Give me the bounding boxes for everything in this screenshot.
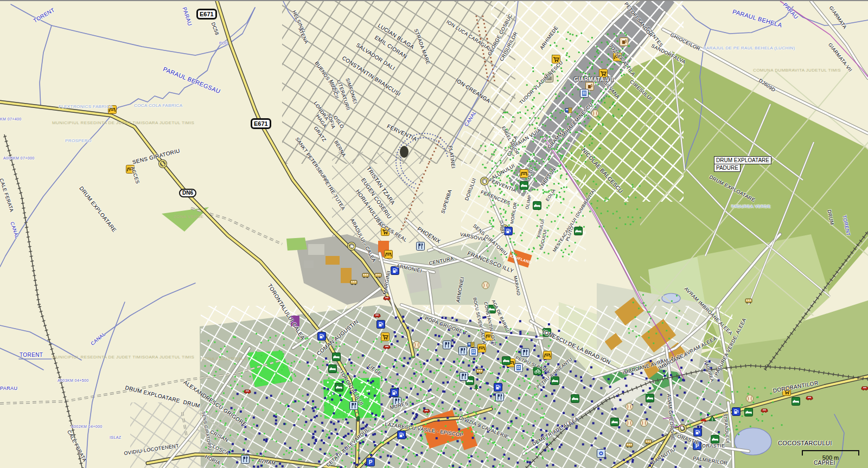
tree-icon[interactable] <box>472 383 481 392</box>
callout-box: PADURE <box>714 164 741 172</box>
ball-icon[interactable] <box>745 394 754 403</box>
map-label: KM 07+400 <box>0 117 22 121</box>
building <box>308 244 324 255</box>
railway <box>4 134 82 468</box>
scale-bar-label: 500 m <box>802 454 859 461</box>
ball-icon[interactable] <box>412 341 421 349</box>
map-label: A002KM 04+000 <box>71 425 103 428</box>
postcard-icon[interactable] <box>467 341 475 349</box>
map-label: ISLAZ <box>110 435 121 439</box>
road-badge: DN6 <box>179 189 196 197</box>
fuel-icon[interactable] <box>397 431 406 439</box>
bus-icon[interactable] <box>349 278 358 286</box>
picnic-icon[interactable] <box>543 351 552 360</box>
lodging-icon[interactable] <box>502 356 510 365</box>
car-icon[interactable] <box>373 310 381 319</box>
map-label: CAPREI <box>814 460 835 466</box>
ball-icon[interactable] <box>481 281 490 290</box>
lodging-icon[interactable] <box>328 364 337 373</box>
svg-text:P: P <box>369 459 373 465</box>
building <box>304 260 314 268</box>
bus-icon[interactable] <box>625 440 634 449</box>
bus-icon[interactable] <box>644 437 653 446</box>
road-badge: E671 <box>196 9 217 20</box>
car-icon[interactable] <box>805 393 814 401</box>
bus-icon[interactable] <box>475 367 484 375</box>
mushroom-icon[interactable] <box>699 417 708 426</box>
restaurant-icon[interactable] <box>443 341 451 349</box>
tent-icon[interactable] <box>708 414 717 423</box>
map-label: BARAJUL DE PE RAUL BEHELA (LUCHIN) <box>703 46 795 50</box>
map-label: ZONA INDUSTRIALA <box>202 357 247 361</box>
restaurant-icon[interactable] <box>416 242 425 251</box>
hotel-icon[interactable] <box>514 363 523 372</box>
bus-icon[interactable] <box>361 271 370 279</box>
road-badge: E671 <box>251 118 271 129</box>
map-label: A003KM 04+500 <box>58 379 89 382</box>
fuel-icon[interactable] <box>376 320 385 329</box>
beer-icon[interactable] <box>620 37 628 46</box>
map-label: COCA COLA FABRICA <box>134 104 183 108</box>
lodging-icon[interactable] <box>646 394 654 402</box>
map-label: TORENT <box>20 352 43 358</box>
map-label: PADUREA VERDE <box>731 204 771 209</box>
ball-icon[interactable] <box>625 419 634 427</box>
restaurant-icon[interactable] <box>458 347 467 355</box>
lodging-icon[interactable] <box>711 435 719 444</box>
bus-icon[interactable] <box>374 271 382 279</box>
monument-icon <box>400 146 409 158</box>
restaurant-icon[interactable] <box>241 455 250 464</box>
picnic-icon[interactable] <box>477 344 486 352</box>
fuel-icon[interactable] <box>732 407 741 416</box>
restaurant-icon[interactable] <box>349 401 358 410</box>
lodging-icon[interactable] <box>610 418 619 426</box>
cart-icon[interactable] <box>381 332 390 341</box>
postcard-icon[interactable] <box>564 106 573 115</box>
map-label: ORASTIE <box>702 444 725 448</box>
waterway <box>52 8 255 55</box>
callout-box: DRUM EXPLOATARE <box>714 156 771 164</box>
waterway <box>0 107 118 267</box>
lodging-icon[interactable] <box>335 383 343 392</box>
waterway <box>86 302 125 468</box>
fuel-icon[interactable] <box>390 388 399 397</box>
lodging-icon[interactable] <box>332 352 341 361</box>
fuel-icon[interactable] <box>317 332 326 341</box>
car-icon[interactable] <box>422 406 431 414</box>
map-label: MUNICIPIUL RESEDINTA DE JUDET TIMISOARA … <box>52 355 194 360</box>
restaurant-icon[interactable] <box>521 348 529 357</box>
map-label: ZONA VERDE <box>174 215 204 219</box>
lodging-icon[interactable] <box>792 397 800 406</box>
map-label: PROSPERO <box>65 139 92 143</box>
car-icon[interactable] <box>243 386 252 395</box>
fuel-icon[interactable] <box>494 383 502 392</box>
lodging-icon[interactable] <box>571 394 579 403</box>
lodging-icon[interactable] <box>520 181 528 190</box>
land-area <box>286 238 307 251</box>
map-label: MUNICIPIUL RESEDINTA DE JUDET TIMISOARA … <box>52 121 194 125</box>
lodging-icon[interactable] <box>533 201 541 210</box>
car-icon[interactable] <box>382 342 391 350</box>
map-canvas[interactable]: PPTORENTPARAUDC58PODPARAUL BEREGSAUFLEXT… <box>0 0 868 468</box>
map-label: COMUNA DUMBRAVITA JUDETUL TIMIS <box>753 68 841 73</box>
map-label: FLEXTRONICS FABRICA <box>59 105 113 109</box>
lodging-icon[interactable] <box>574 227 583 235</box>
map-label: PARAU <box>0 386 17 391</box>
ball-icon[interactable] <box>625 402 634 411</box>
fuel-icon[interactable] <box>693 428 702 437</box>
waterway <box>11 4 52 107</box>
ball-icon[interactable] <box>591 109 599 118</box>
parking-icon[interactable]: P <box>366 458 375 466</box>
map-label: POD <box>219 41 228 45</box>
car-icon[interactable] <box>860 383 868 392</box>
hotel-icon[interactable] <box>580 89 589 98</box>
bus-icon[interactable] <box>744 296 753 305</box>
restaurant-icon[interactable] <box>459 372 468 381</box>
ball-icon[interactable] <box>640 419 648 427</box>
picnic-icon[interactable] <box>384 250 393 259</box>
tree-icon[interactable] <box>354 414 362 423</box>
lodging-icon[interactable] <box>744 408 753 416</box>
restaurant-icon[interactable] <box>495 393 504 401</box>
car-icon[interactable] <box>760 405 769 414</box>
camera-icon[interactable] <box>597 449 605 458</box>
